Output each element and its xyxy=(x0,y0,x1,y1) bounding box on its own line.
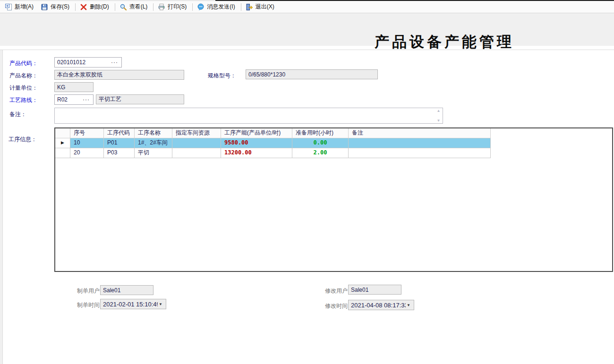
unit-field[interactable]: KG xyxy=(54,82,94,92)
toolbar-button-save[interactable]: 保存(S) xyxy=(38,1,74,12)
create-time-combo[interactable]: 2021-02-01 15:10:49 ▼ xyxy=(100,299,166,309)
grid-cell[interactable]: 10 xyxy=(70,138,104,148)
unit-label: 计量单位： xyxy=(9,84,38,92)
new-icon xyxy=(5,3,12,11)
grid-cell[interactable]: 0.00 xyxy=(292,138,349,148)
delete-icon xyxy=(80,3,87,11)
toolbar-button-label: 新增(A) xyxy=(15,3,34,11)
grid-cell[interactable] xyxy=(349,148,491,158)
remark-label: 备注： xyxy=(9,110,26,119)
process-route-name-field[interactable]: 平切工艺 xyxy=(96,94,184,104)
toolbar-button-exit[interactable]: 退出(X) xyxy=(243,1,279,12)
toolbar-button-label: 查看(L) xyxy=(129,3,148,11)
create-time-dropdown-icon[interactable]: ▼ xyxy=(158,302,163,306)
grid-column-header[interactable]: 备注 xyxy=(349,128,491,138)
row-selected-marker-icon[interactable]: ▶ xyxy=(55,138,70,148)
title-band: 产品设备产能管理 xyxy=(0,13,614,46)
modify-time-dropdown-icon[interactable]: ▼ xyxy=(406,303,411,307)
scroll-down-icon[interactable]: ▼ xyxy=(437,119,441,123)
modify-user-field[interactable]: Sale01 xyxy=(348,285,401,295)
spec-model-value: 0/65/880*1230 xyxy=(248,71,285,78)
grid-header-row: 序号工序代码工序名称指定车间资源工序产能(产品单位/时)准备用时(小时)备注 xyxy=(55,128,612,138)
product-name-field[interactable]: 本白全木浆双胶纸 xyxy=(54,70,184,80)
grid-column-header[interactable]: 序号 xyxy=(70,128,104,138)
content-divider xyxy=(0,50,614,50)
print-icon xyxy=(158,3,165,11)
toolbar-button-label: 删除(D) xyxy=(90,3,109,11)
remark-field[interactable]: ▲ ▼ xyxy=(54,108,443,124)
toolbar: 新增(A)保存(S)删除(D)查看(L)打印(S)消息发送(I)退出(X) xyxy=(0,1,614,13)
product-name-value: 本白全木浆双胶纸 xyxy=(57,71,102,79)
toolbar-button-label: 打印(S) xyxy=(168,3,187,11)
toolbar-separator xyxy=(153,3,154,11)
toolbar-button-label: 消息发送(I) xyxy=(207,3,235,11)
product-code-field[interactable]: 020101012 ··· xyxy=(54,57,122,68)
grid-column-header[interactable]: 工序代码 xyxy=(104,128,135,138)
create-user-field[interactable]: Sale01 xyxy=(100,285,154,295)
row-selector-cell[interactable] xyxy=(55,148,70,158)
process-route-label: 工艺路线： xyxy=(9,96,38,104)
scroll-up-icon[interactable]: ▲ xyxy=(437,109,441,113)
grid-cell[interactable]: 9580.00 xyxy=(221,138,292,148)
grid-cell[interactable]: P03 xyxy=(104,148,135,158)
view-icon xyxy=(119,3,127,11)
process-route-code-field[interactable]: R02 ··· xyxy=(54,94,94,105)
grid-column-header[interactable]: 工序产能(产品单位/时) xyxy=(221,128,292,138)
exit-icon xyxy=(246,3,253,11)
modify-time-combo[interactable]: 2021-04-08 08:17:33 ▼ xyxy=(348,300,414,310)
grid-column-header[interactable]: 指定车间资源 xyxy=(172,128,221,138)
grid-cell[interactable] xyxy=(172,148,221,158)
product-name-label: 产品名称： xyxy=(9,72,38,80)
create-user-value: Sale01 xyxy=(103,287,120,294)
grid-cell[interactable]: 20 xyxy=(70,148,104,158)
toolbar-button-view[interactable]: 查看(L) xyxy=(117,1,152,12)
process-grid-label: 工序信息： xyxy=(9,135,37,144)
toolbar-button-message[interactable]: 消息发送(I) xyxy=(194,1,239,12)
process-route-name-value: 平切工艺 xyxy=(99,95,121,103)
toolbar-button-label: 保存(S) xyxy=(51,3,69,11)
product-code-value: 020101012 xyxy=(57,59,85,66)
product-code-label: 产品代码： xyxy=(9,59,38,68)
message-icon xyxy=(197,3,205,11)
page-title: 产品设备产能管理 xyxy=(375,32,514,52)
grid-row[interactable]: 20P03平切13200.002.00 xyxy=(55,148,612,158)
remark-scrollbar: ▲ ▼ xyxy=(435,109,442,123)
left-edge-strip xyxy=(0,50,3,364)
grid-column-header[interactable]: 工序名称 xyxy=(135,128,172,138)
unit-value: KG xyxy=(57,84,65,91)
grid-cell[interactable]: 平切 xyxy=(135,148,172,158)
modify-time-value: 2021-04-08 08:17:33 xyxy=(351,302,406,309)
grid-row[interactable]: ▶10P011#、2#车间9580.000.00 xyxy=(55,138,612,148)
grid-column-header[interactable]: 准备用时(小时) xyxy=(292,128,349,138)
spec-model-label: 规格型号： xyxy=(208,72,236,80)
remark-value xyxy=(55,109,59,117)
process-grid: 序号工序代码工序名称指定车间资源工序产能(产品单位/时)准备用时(小时)备注▶1… xyxy=(54,127,613,272)
grid-cell[interactable] xyxy=(172,138,221,148)
grid-cell[interactable]: 13200.00 xyxy=(221,148,292,158)
toolbar-button-print[interactable]: 打印(S) xyxy=(155,1,191,12)
save-icon xyxy=(41,3,48,11)
create-time-value: 2021-02-01 15:10:49 xyxy=(103,301,158,308)
process-route-code-value: R02 xyxy=(57,96,68,103)
modify-user-value: Sale01 xyxy=(351,287,368,293)
grid-cell[interactable]: 1#、2#车间 xyxy=(135,138,172,148)
spec-model-field[interactable]: 0/65/880*1230 xyxy=(246,69,378,79)
toolbar-separator xyxy=(115,3,115,11)
process-route-picker-button[interactable]: ··· xyxy=(82,97,91,102)
toolbar-button-label: 退出(X) xyxy=(256,3,274,11)
grid-cell[interactable] xyxy=(349,138,491,148)
product-code-picker-button[interactable]: ··· xyxy=(110,60,119,65)
grid-selector-header[interactable] xyxy=(55,128,70,138)
grid-cell[interactable]: 2.00 xyxy=(292,148,349,158)
grid-cell[interactable]: P01 xyxy=(104,138,135,148)
toolbar-separator xyxy=(192,3,193,11)
toolbar-button-delete[interactable]: 删除(D) xyxy=(77,1,113,12)
toolbar-separator xyxy=(241,3,241,11)
product-capacity-window: 新增(A)保存(S)删除(D)查看(L)打印(S)消息发送(I)退出(X) 产品… xyxy=(0,0,614,364)
toolbar-button-new[interactable]: 新增(A) xyxy=(2,1,38,12)
toolbar-separator xyxy=(75,3,76,11)
